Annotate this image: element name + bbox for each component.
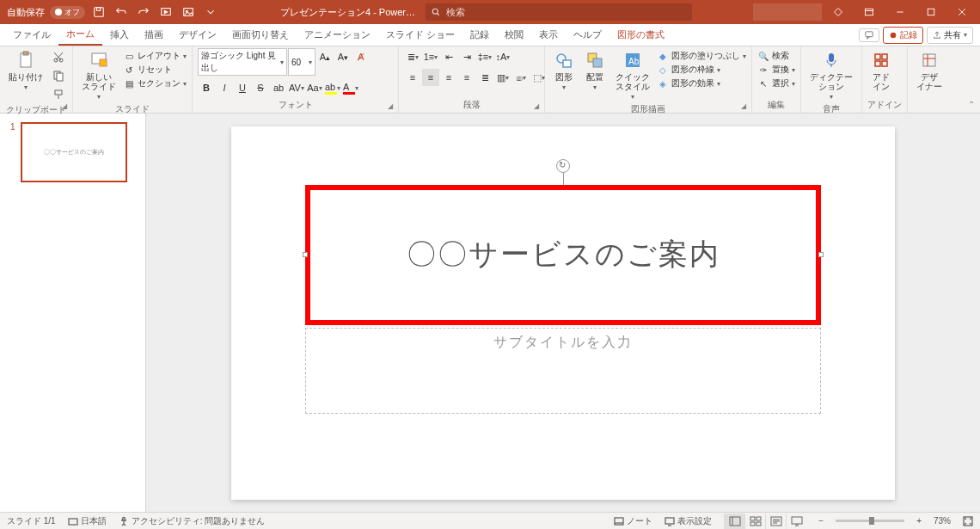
replace-button[interactable]: ✑置換▾ — [757, 64, 795, 76]
text-direction-icon[interactable]: ↕A▾ — [494, 48, 511, 65]
reading-view-icon[interactable] — [765, 514, 786, 529]
tab-design[interactable]: デザイン — [171, 24, 224, 46]
paste-button[interactable]: 貼り付け▾ — [5, 48, 46, 93]
user-account[interactable] — [753, 3, 822, 21]
tab-draw[interactable]: 描画 — [137, 24, 171, 46]
redo-icon[interactable] — [135, 3, 152, 21]
numbering-icon[interactable]: 1≡▾ — [422, 48, 439, 65]
thumbnail-pane[interactable]: 1 〇〇サービスのご案内 — [0, 114, 146, 512]
diamond-icon[interactable] — [824, 0, 853, 24]
search-box[interactable]: 検索 — [426, 3, 692, 21]
subtitle-text[interactable]: サブタイトルを入力 — [493, 334, 633, 352]
tab-shape-format[interactable]: 図形の書式 — [609, 24, 672, 46]
line-spacing-icon[interactable]: ‡≡▾ — [476, 48, 493, 65]
shadow-button[interactable]: ab — [270, 79, 287, 96]
save-icon[interactable] — [90, 3, 107, 21]
from-beginning-icon[interactable] — [157, 3, 175, 21]
subtitle-placeholder[interactable]: サブタイトルを入力 — [305, 328, 821, 414]
clear-formatting-icon[interactable]: A̸ — [352, 48, 370, 65]
dictate-button[interactable]: ディクテー ション▾ — [806, 48, 856, 102]
language-button[interactable]: 日本語 — [68, 515, 107, 527]
tab-slideshow[interactable]: スライド ショー — [378, 24, 462, 46]
align-left-icon[interactable]: ≡ — [404, 69, 421, 86]
change-case-icon[interactable]: Aa▾ — [306, 79, 323, 96]
rotation-handle-icon[interactable] — [556, 159, 570, 173]
underline-button[interactable]: U — [234, 79, 251, 96]
zoom-in-icon[interactable]: + — [916, 516, 922, 526]
tab-view[interactable]: 表示 — [531, 24, 566, 46]
copy-icon[interactable] — [50, 67, 67, 84]
tab-help[interactable]: ヘルプ — [566, 24, 609, 46]
distribute-icon[interactable]: ≣ — [476, 69, 493, 86]
shape-outline-button[interactable]: ◇図形の枠線▾ — [657, 64, 746, 76]
char-spacing-icon[interactable]: AV▾ — [288, 79, 305, 96]
ribbon-display-icon[interactable] — [854, 0, 884, 24]
zoom-level[interactable]: 73% — [934, 516, 951, 526]
layout-button[interactable]: ▭レイアウト▾ — [123, 50, 187, 62]
qat-more-icon[interactable] — [202, 3, 219, 21]
align-text-icon[interactable]: ⎄▾ — [512, 69, 530, 86]
fit-to-window-icon[interactable] — [963, 516, 973, 526]
zoom-out-icon[interactable]: − — [818, 516, 824, 526]
minimize-icon[interactable] — [885, 0, 915, 24]
accessibility-button[interactable]: アクセシビリティ: 問題ありません — [119, 515, 266, 527]
autosave-toggle[interactable]: オフ — [50, 6, 85, 19]
slide-counter[interactable]: スライド 1/1 — [7, 515, 56, 527]
shape-effects-button[interactable]: ◈図形の効果▾ — [657, 77, 746, 89]
font-name-select[interactable]: 游ゴシック Light 見出し▾ — [198, 48, 287, 76]
quick-styles-button[interactable]: Abクイック スタイル▾ — [612, 48, 653, 102]
find-button[interactable]: 🔍検索 — [757, 50, 795, 62]
slide[interactable]: 〇〇サービスのご案内 サブタイトルを入力 — [231, 126, 895, 500]
slide-canvas[interactable]: 〇〇サービスのご案内 サブタイトルを入力 — [146, 114, 980, 512]
font-size-select[interactable]: 60▾ — [288, 48, 315, 76]
designer-button[interactable]: デザ イナー — [913, 48, 946, 93]
select-button[interactable]: ↖選択▾ — [757, 77, 795, 89]
bold-button[interactable]: B — [198, 79, 215, 96]
display-settings-button[interactable]: 表示設定 — [665, 515, 712, 527]
sorter-view-icon[interactable] — [744, 514, 765, 529]
section-button[interactable]: ▤セクション▾ — [123, 77, 187, 89]
align-right-icon[interactable]: ≡ — [440, 69, 457, 86]
share-button[interactable]: 共有▾ — [927, 27, 973, 44]
format-painter-icon[interactable] — [50, 86, 67, 103]
zoom-slider[interactable] — [836, 520, 904, 522]
comments-button[interactable] — [859, 28, 879, 42]
tab-record[interactable]: 記録 — [462, 24, 497, 46]
increase-font-icon[interactable]: A▴ — [316, 48, 334, 65]
title-placeholder[interactable]: 〇〇サービスのご案内 — [305, 185, 821, 325]
shapes-button[interactable]: 図形▾ — [550, 48, 578, 93]
new-slide-button[interactable]: 新しい スライド▾ — [78, 48, 119, 102]
highlight-color-icon[interactable]: ab▾ — [324, 79, 341, 96]
picture-icon[interactable] — [180, 3, 197, 21]
close-icon[interactable] — [947, 0, 977, 24]
italic-button[interactable]: I — [216, 79, 233, 96]
maximize-icon[interactable] — [916, 0, 946, 24]
clipboard-launcher-icon[interactable]: ◢ — [62, 102, 70, 111]
addins-button[interactable]: アド イン — [867, 48, 895, 93]
tab-review[interactable]: 校閲 — [497, 24, 531, 46]
title-text[interactable]: 〇〇サービスのご案内 — [407, 235, 720, 274]
align-center-icon[interactable]: ≡ — [422, 69, 439, 86]
tab-insert[interactable]: 挿入 — [102, 24, 137, 46]
slideshow-view-icon[interactable] — [786, 514, 806, 529]
decrease-indent-icon[interactable]: ⇤ — [440, 48, 457, 65]
decrease-font-icon[interactable]: A▾ — [334, 48, 352, 65]
increase-indent-icon[interactable]: ⇥ — [458, 48, 475, 65]
resize-handle-left[interactable] — [303, 252, 308, 257]
drawing-launcher-icon[interactable]: ◢ — [741, 102, 750, 111]
paragraph-launcher-icon[interactable]: ◢ — [534, 102, 542, 111]
font-launcher-icon[interactable]: ◢ — [388, 102, 396, 111]
undo-icon[interactable] — [113, 3, 130, 21]
tab-file[interactable]: ファイル — [5, 24, 58, 46]
cut-icon[interactable] — [50, 48, 67, 65]
slide-thumbnail[interactable]: 〇〇サービスのご案内 — [21, 122, 127, 182]
bullets-icon[interactable]: ≣▾ — [404, 48, 421, 65]
font-color-icon[interactable]: A▾ — [342, 79, 359, 96]
reset-button[interactable]: ↺リセット — [123, 64, 187, 76]
tab-animations[interactable]: アニメーション — [297, 24, 378, 46]
columns-icon[interactable]: ▥▾ — [494, 69, 511, 86]
resize-handle-right[interactable] — [818, 252, 824, 257]
notes-button[interactable]: ノート — [614, 515, 652, 527]
shape-fill-button[interactable]: ◆図形の塗りつぶし▾ — [657, 50, 746, 62]
normal-view-icon[interactable] — [724, 514, 744, 529]
